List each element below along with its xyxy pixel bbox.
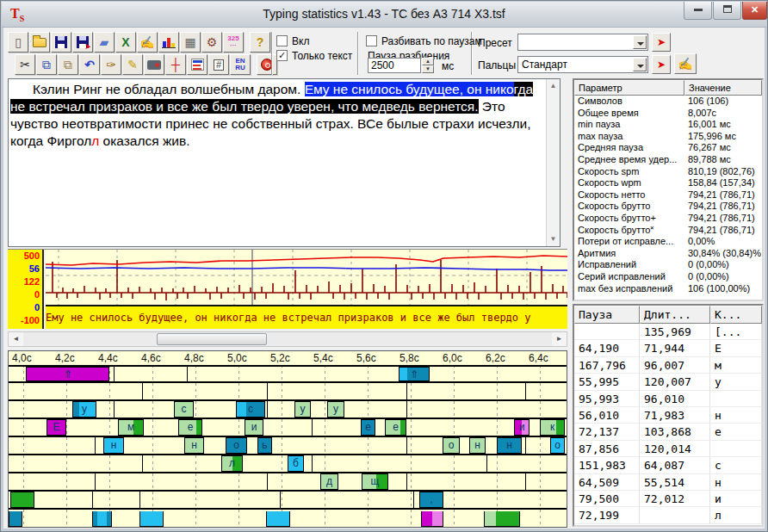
parameter-row[interactable]: Скорость брутто˟794,21 (786,71) (574, 225, 762, 237)
strip-block[interactable] (484, 511, 520, 527)
fingers-dropdown-icon[interactable] (633, 58, 647, 71)
key-col-header[interactable]: К... (710, 306, 762, 324)
text-vertical-scrollbar[interactable]: ▲ ▼ (546, 79, 560, 246)
strip-block[interactable] (266, 511, 290, 527)
toolbar-edit-note-button[interactable]: ✍ (137, 32, 158, 53)
param-name-header[interactable]: Параметр (574, 80, 684, 96)
minimize-button[interactable] (684, 2, 712, 20)
toolbar-pencil-button[interactable]: ✎ (122, 54, 143, 75)
key-block[interactable]: д (320, 473, 338, 490)
key-block[interactable]: н (497, 437, 522, 454)
pause-row[interactable]: 167,79696,007м (574, 357, 762, 374)
toolbar-filmstrip-button[interactable]: ▦ (180, 32, 201, 53)
parameter-row[interactable]: Исправлений0 (0,00%) (574, 259, 762, 271)
toolbar-bar-chart-button[interactable] (158, 32, 179, 53)
toolbar-video-button[interactable] (144, 54, 164, 75)
pause-row[interactable]: 64,19071,944Е (574, 340, 762, 356)
toolbar-power-button[interactable] (257, 54, 277, 75)
parameter-row[interactable]: min пауза16,001 мс (574, 119, 762, 131)
key-block[interactable]: л (221, 455, 243, 472)
strip-block[interactable] (92, 511, 112, 527)
enabled-checkbox[interactable] (276, 35, 288, 46)
pause-row[interactable]: 64,50955,514н (574, 474, 762, 491)
key-block[interactable]: щ (362, 473, 388, 490)
parameter-row[interactable]: Скорость брутто794,21 (786,71) (574, 201, 762, 213)
parameter-row[interactable]: Средняя пауза76,267 мс (574, 142, 762, 154)
parameter-row[interactable]: Скорость spm810,19 (802,76) (574, 166, 762, 178)
pause-split-spinner[interactable]: ▲ ▼ (422, 58, 434, 73)
scroll-up-icon[interactable]: ▲ (547, 79, 560, 93)
pause-row[interactable]: 95,99396,010 (574, 391, 762, 407)
scroll-right-icon[interactable]: ► (552, 332, 567, 346)
toolbar-chart-axes-button[interactable]: ┼ (165, 54, 186, 75)
close-button[interactable]: ✕ (742, 2, 767, 20)
key-block[interactable]: о (550, 437, 565, 454)
pause-row[interactable]: 56,01071,983н (574, 407, 762, 424)
parameter-row[interactable]: max без исправлений106 (100,00%) (574, 283, 762, 295)
toolbar-open-file-button[interactable] (29, 32, 50, 53)
fingers-combobox[interactable]: Стандарт (517, 56, 648, 73)
only-text-checkbox[interactable]: ✓ (276, 50, 288, 61)
key-block[interactable]: у (294, 401, 311, 418)
pause-row[interactable]: 79,50072,012и (574, 491, 762, 507)
key-block[interactable]: м (118, 419, 144, 436)
toolbar-undo-button[interactable]: ↶ (79, 54, 100, 75)
fingers-edit-button[interactable]: ✍ (674, 53, 697, 74)
key-block[interactable]: б (288, 455, 304, 472)
key-block[interactable]: н (469, 437, 486, 454)
key-block[interactable]: с (174, 401, 194, 418)
scroll-left-icon[interactable]: ◄ (9, 332, 23, 346)
chart-plot-area[interactable] (46, 250, 567, 305)
toolbar-save-as-button[interactable]: ➤ (72, 32, 93, 53)
key-block[interactable]: е (361, 419, 375, 436)
titlebar[interactable]: TS Typing statistics v1.43 - TC без A3 7… (2, 2, 766, 28)
parameter-row[interactable]: Серий исправлений0 (0,00%) (574, 271, 762, 283)
split-by-pauses-checkbox[interactable] (366, 35, 377, 46)
key-block[interactable]: е (385, 419, 406, 436)
key-block[interactable]: ⇑ (399, 367, 430, 381)
pause-row[interactable]: 72,199л (574, 507, 762, 523)
toolbar-number-format-325-button[interactable]: 325 ··· (223, 32, 244, 53)
toolbar-eraser-button[interactable]: ▰ (94, 32, 115, 53)
spinner-down-icon[interactable]: ▼ (422, 65, 434, 73)
fingers-export-button[interactable]: ➤ (652, 55, 671, 74)
pause-row[interactable]: 135,969[... (574, 324, 762, 340)
pause-row[interactable]: 55,995120,007у (574, 374, 762, 390)
key-block[interactable]: н (103, 437, 124, 454)
parameter-row[interactable]: Аритмия30,84% (30,84)% (574, 248, 762, 260)
key-block[interactable]: и (514, 419, 530, 436)
parameter-row[interactable]: Скорость брутто+794,21 (786,71) (574, 213, 762, 225)
pause-row[interactable]: 72,137103,868е (574, 424, 762, 440)
preset-combobox[interactable] (517, 34, 648, 51)
key-block[interactable]: Е (46, 419, 66, 436)
toolbar-tools-button[interactable]: ⚙ (201, 32, 222, 53)
maximize-button[interactable] (713, 2, 741, 20)
parameter-row[interactable]: Скорость wpm158,84 (157,34) (574, 177, 762, 189)
pause-row[interactable]: 87,856120,014 (574, 441, 762, 457)
key-block[interactable]: о (443, 437, 460, 454)
toolbar-edit-pad-button[interactable]: ✑ (101, 54, 121, 75)
key-block[interactable] (10, 492, 34, 508)
key-block[interactable]: , (419, 492, 443, 508)
duration-col-header[interactable]: Длит... (640, 306, 710, 324)
keystroke-timeline[interactable]: 4,0с4,2с4,4с4,6с4,8с5,0с5,2с5,4с5,6с5,8с… (8, 350, 567, 528)
toolbar-report-list-button[interactable] (187, 54, 207, 75)
parameter-row[interactable]: Среднее время удер...89,788 мс (574, 154, 762, 166)
key-block[interactable]: у (327, 401, 344, 418)
pauses-table[interactable]: Пауза Длит... К... 135,969[...64,19071,9… (573, 304, 764, 527)
pause-col-header[interactable]: Пауза (574, 306, 640, 324)
toolbar-export-excel-button[interactable]: X (115, 32, 136, 53)
pauses-header[interactable]: Пауза Длит... К... (574, 306, 762, 324)
strip-block[interactable] (421, 511, 443, 527)
toolbar-lang-en-ru-button[interactable]: EN RU (230, 54, 251, 75)
toolbar-paste-special-button[interactable]: ⧉ (58, 54, 78, 75)
strip-block[interactable] (9, 511, 22, 527)
preset-dropdown-icon[interactable] (633, 35, 647, 49)
parameters-header[interactable]: Параметр Значение (574, 80, 762, 96)
preset-export-button[interactable]: ➤ (652, 33, 671, 52)
parameter-row[interactable]: max пауза175,996 мс (574, 131, 762, 143)
toolbar-new-file-button[interactable]: ▯ (8, 32, 28, 53)
key-block[interactable]: у (72, 401, 96, 418)
toolbar-help-button[interactable]: ? (250, 32, 270, 53)
key-block[interactable]: е (178, 419, 202, 436)
